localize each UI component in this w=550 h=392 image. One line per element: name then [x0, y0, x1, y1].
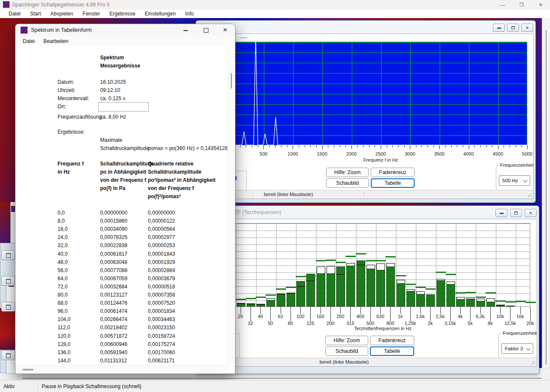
column-header: Schalldruckamplitude	[100, 161, 154, 167]
bar-level[interactable]	[306, 274, 315, 306]
table-window-titlebar[interactable]: Spektrum in Tabellenform ✕	[15, 24, 235, 37]
maximize-button[interactable]	[510, 209, 522, 217]
bar-level[interactable]	[376, 270, 385, 306]
close-button[interactable]: ✕	[521, 24, 533, 32]
frequenzeinheit-select[interactable]: 500 Hz	[499, 175, 530, 186]
info-label: Frequenzauflösung:	[58, 114, 103, 120]
bar-level[interactable]	[416, 294, 425, 306]
bar-level[interactable]	[296, 281, 305, 306]
x-tick	[390, 307, 391, 321]
menu-item-einstellungen[interactable]: Einstellungen	[140, 11, 180, 17]
help-zoom-button[interactable]: Hilfe: Zoom	[325, 336, 368, 345]
tabelle-button[interactable]: Tabelle	[371, 178, 415, 188]
restore-button[interactable]: ❐	[512, 0, 531, 9]
bar-peak-marker	[446, 274, 456, 275]
bar-level[interactable]	[266, 300, 275, 306]
bar-level[interactable]	[287, 293, 295, 306]
x-tick	[299, 145, 299, 147]
bar-level[interactable]	[257, 304, 265, 306]
table-cell: 0,00600946	[100, 341, 127, 347]
column-header: po in Abhängigkeit	[100, 169, 147, 175]
spectrum-plot[interactable]	[234, 42, 527, 145]
schaubild-button[interactable]: Schaubild	[325, 346, 368, 356]
bar-level[interactable]	[237, 303, 245, 306]
scrollbar-thumb[interactable]	[22, 369, 34, 371]
terz-plot[interactable]	[216, 223, 530, 307]
scrollbar-thumb[interactable]	[231, 73, 232, 89]
x-tick	[457, 145, 457, 147]
close-button[interactable]: ✕	[525, 209, 537, 217]
maximize-button[interactable]	[197, 24, 214, 36]
restore-button[interactable]	[1, 350, 15, 360]
bar-level[interactable]	[327, 273, 335, 306]
spektrum-document[interactable]: Spektrum Messergebnisse Datum: 16.10.202…	[15, 46, 228, 365]
bar-level[interactable]	[367, 269, 375, 306]
clear-crosshair-button[interactable]: Fadenkreuz löschen	[370, 336, 414, 345]
close-button[interactable]: ✕	[531, 0, 550, 9]
tabelle-button[interactable]: Tabelle	[370, 346, 414, 356]
table-vertical-scrollbar[interactable]	[227, 46, 235, 365]
bar-level[interactable]	[446, 284, 455, 306]
minimize-button[interactable]	[495, 209, 507, 217]
bar-level[interactable]	[386, 266, 395, 306]
restore-button[interactable]	[1, 302, 15, 312]
bar-level[interactable]	[426, 294, 435, 306]
spectrum-chart-window[interactable]: ✕ 50010001500200025003000350040004500500…	[196, 20, 536, 203]
frequenzeinheit-select[interactable]: Faktor 3	[501, 343, 533, 354]
x-tick	[474, 145, 475, 147]
minimize-button[interactable]	[493, 24, 505, 32]
minimize-button[interactable]: —	[493, 0, 512, 9]
terz-x-axis-label: Terzmittenfrequenzen in Hz	[354, 326, 412, 331]
bar-level[interactable]	[277, 294, 285, 306]
help-zoom-button[interactable]: Hilfe: Zoom	[326, 168, 369, 177]
minimize-button[interactable]	[177, 24, 194, 36]
max-label: Maximale	[100, 137, 122, 143]
table-cell: 0,00001843	[148, 251, 175, 257]
bar-level[interactable]	[317, 273, 325, 306]
spektrum-tabelle-window[interactable]: Spektrum in Tabellenform ✕ DateiBearbeit…	[15, 24, 235, 374]
x-tick	[498, 145, 498, 149]
bar-level[interactable]	[406, 291, 415, 306]
terz-window-client: 2532405063801001251602002503154005006308…	[198, 219, 537, 367]
restore-button[interactable]	[1, 276, 15, 286]
restore-icon	[6, 253, 11, 258]
menu-item-abspielen[interactable]: Abspielen	[46, 11, 78, 17]
close-button[interactable]: ✕	[217, 24, 234, 36]
bar-level[interactable]	[466, 299, 475, 306]
schaubild-button[interactable]: Schaubild	[326, 178, 369, 188]
bar-level[interactable]	[486, 302, 495, 306]
x-tick	[351, 145, 352, 149]
menu-item-datei[interactable]: Datei	[4, 11, 25, 17]
bar-level[interactable]	[346, 266, 355, 306]
table-cell: 64,0	[58, 276, 67, 282]
bar-level[interactable]	[496, 305, 505, 306]
table-cell: 0,00002884	[148, 267, 175, 273]
table-menu-item-datei[interactable]: Datei	[18, 38, 39, 44]
bar-level[interactable]	[477, 301, 485, 306]
mdi-vertical-scrollbar[interactable]	[542, 18, 550, 380]
terz-chart-window[interactable]: ZF (Terzfrequenzen) ✕ 253240506380100125…	[196, 205, 539, 374]
bar-level[interactable]	[437, 280, 445, 306]
bar-level[interactable]	[506, 306, 515, 306]
main-titlebar[interactable]: Spaichinger Schallpegelmesser 4,99 Pro I…	[0, 0, 550, 9]
bar-level[interactable]	[456, 299, 465, 306]
resize-grip[interactable]	[531, 361, 535, 365]
table-cell: 104,0	[58, 316, 70, 322]
bar-level[interactable]	[357, 260, 365, 306]
clear-crosshair-button[interactable]: Fadenkreuz löschen	[371, 168, 415, 177]
menu-item-fenster[interactable]: Fenster	[78, 11, 105, 17]
table-horizontal-scrollbar[interactable]	[15, 365, 228, 373]
x-tick	[520, 307, 521, 314]
bar-level[interactable]	[247, 304, 255, 306]
table-menu-item-bearbeiten[interactable]: Bearbeiten	[39, 38, 73, 44]
menu-item-ergebnisse[interactable]: Ergebnisse	[105, 11, 140, 17]
maximize-button[interactable]	[507, 24, 519, 32]
menu-item-start[interactable]: Start	[25, 11, 46, 17]
resize-grip[interactable]	[528, 193, 532, 197]
mdi-vertical-scroll-line	[546, 30, 547, 364]
bar-level[interactable]	[336, 266, 345, 306]
ort-input[interactable]	[98, 102, 149, 112]
restore-button[interactable]	[1, 250, 15, 260]
menu-item-info[interactable]: Info	[180, 11, 199, 17]
bar-level[interactable]	[397, 283, 405, 306]
